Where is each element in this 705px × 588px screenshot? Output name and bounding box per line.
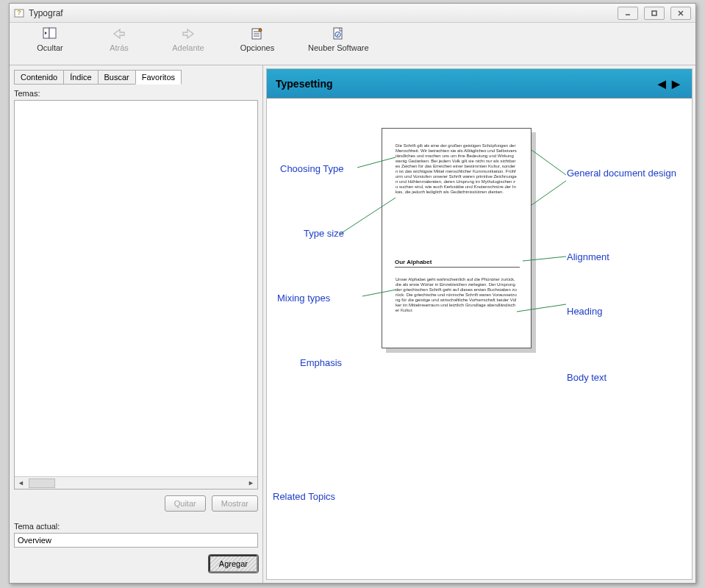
current-topic-label: Tema actual:: [14, 522, 258, 531]
page-title: Typesetting: [276, 78, 333, 90]
forward-label: Adelante: [172, 43, 204, 52]
body-split: Contenido Índice Buscar Favoritos Temas:…: [10, 65, 695, 583]
help-icon: ?: [14, 7, 26, 19]
content-body: Die Schrift gilt als eine der großen gei…: [267, 98, 692, 579]
preview-para-1: Die Schrift gilt als eine der großen gei…: [396, 143, 518, 195]
hide-icon: [42, 26, 58, 42]
options-button[interactable]: Opciones: [239, 26, 276, 52]
nav-pane: Contenido Índice Buscar Favoritos Temas:…: [10, 65, 263, 583]
callout-type-size[interactable]: Type size: [304, 228, 344, 239]
vendor-button[interactable]: Neuber Software: [308, 26, 369, 52]
content-header: Typesetting ◀ ▶: [267, 69, 692, 98]
page-preview: Die Schrift gilt als eine der großen gei…: [382, 128, 532, 348]
back-label: Atrás: [110, 43, 129, 52]
callout-emphasis[interactable]: Emphasis: [300, 357, 342, 368]
maximize-button[interactable]: [644, 7, 665, 20]
next-page-arrow[interactable]: ▶: [669, 78, 683, 90]
svg-point-15: [259, 29, 262, 32]
close-button[interactable]: [670, 7, 691, 20]
remove-button[interactable]: Quitar: [165, 495, 206, 512]
nav-tabs: Contenido Índice Buscar Favoritos: [14, 70, 258, 85]
forward-button[interactable]: Adelante: [170, 26, 207, 52]
vendor-label: Neuber Software: [308, 43, 369, 52]
tab-index[interactable]: Índice: [63, 70, 98, 85]
callout-body-text[interactable]: Body text: [567, 372, 606, 383]
back-arrow-icon: [111, 26, 127, 42]
callout-choosing-type[interactable]: Choosing Type: [280, 163, 344, 174]
current-topic-input[interactable]: [14, 533, 258, 548]
app-window: ? Typograf Ocultar: [9, 3, 696, 584]
scroll-right-arrow[interactable]: ►: [245, 479, 257, 487]
svg-marker-9: [114, 29, 124, 38]
svg-text:?: ?: [17, 9, 21, 16]
titlebar: ? Typograf: [10, 4, 695, 23]
tab-contents[interactable]: Contenido: [14, 70, 64, 85]
options-label: Opciones: [240, 43, 274, 52]
close-icon: [677, 10, 684, 17]
callout-alignment[interactable]: Alignment: [567, 251, 609, 262]
content-pane: Typesetting ◀ ▶ Die Schrift gilt als ein…: [266, 68, 693, 580]
preview-para-2: Unser Alphabet geht wahrscheinlich auf d…: [396, 277, 518, 313]
related-topics-link[interactable]: Related Topics: [273, 491, 335, 502]
window-title: Typograf: [29, 8, 618, 18]
hide-label: Ocultar: [37, 43, 62, 52]
prev-page-arrow[interactable]: ◀: [655, 78, 669, 90]
hide-nav-button[interactable]: Ocultar: [32, 26, 68, 52]
callout-mixing-types[interactable]: Mixing types: [277, 293, 330, 304]
favorites-panel: Temas: ◄ ► Quitar Mostrar Tema actual:: [14, 85, 258, 578]
forward-arrow-icon: [180, 26, 196, 42]
add-button[interactable]: Agregar: [209, 555, 258, 573]
options-icon: [249, 26, 265, 42]
svg-marker-10: [183, 29, 193, 38]
preview-subheading: Our Alphabet: [395, 259, 520, 265]
tab-favorites[interactable]: Favoritos: [135, 70, 182, 85]
svg-line-21: [532, 150, 566, 175]
svg-line-22: [532, 181, 566, 205]
callout-heading[interactable]: Heading: [567, 306, 602, 317]
svg-rect-7: [49, 28, 56, 38]
topics-label: Temas:: [14, 89, 258, 98]
callout-general-design[interactable]: General document design: [567, 168, 677, 179]
minimize-icon: [624, 10, 631, 17]
topics-listbox[interactable]: ◄ ►: [14, 100, 258, 490]
scroll-left-arrow[interactable]: ◄: [15, 479, 27, 487]
horizontal-scrollbar[interactable]: ◄ ►: [15, 476, 257, 489]
document-icon: [330, 26, 346, 42]
svg-rect-3: [652, 11, 656, 15]
back-button[interactable]: Atrás: [101, 26, 137, 52]
diagram: Die Schrift gilt als eine der großen gei…: [267, 98, 692, 579]
tab-search[interactable]: Buscar: [98, 70, 136, 85]
toolbar: Ocultar Atrás Adelante Opciones: [10, 23, 695, 65]
display-button[interactable]: Mostrar: [212, 495, 258, 512]
scroll-thumb[interactable]: [29, 478, 55, 488]
minimize-button[interactable]: [618, 7, 638, 20]
window-controls: [618, 7, 691, 20]
maximize-icon: [651, 10, 658, 17]
